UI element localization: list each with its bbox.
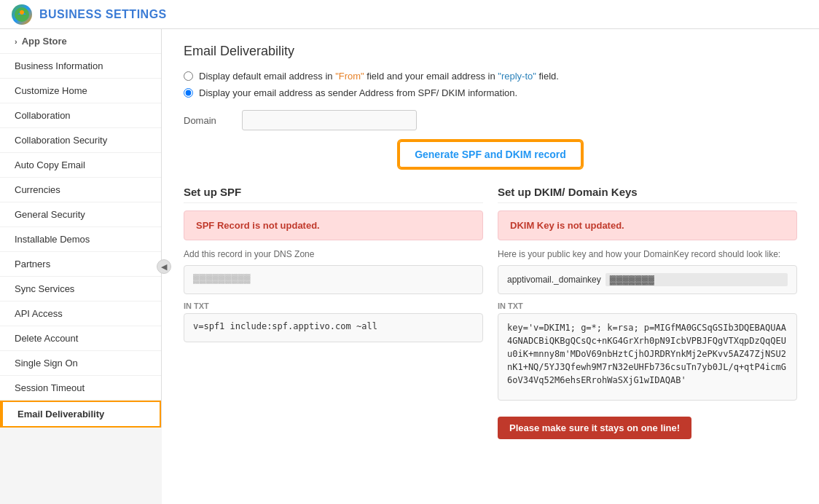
app-header: BUSINESS SETTINGS — [0, 0, 819, 29]
sidebar-item-label: General Security — [15, 209, 85, 220]
sidebar-item-label: Currencies — [15, 184, 60, 195]
app-logo — [12, 4, 32, 25]
sidebar-item-installable-demos[interactable]: Installable Demos — [0, 227, 161, 252]
sidebar-item-label: Auto Copy Email — [15, 160, 85, 170]
radio-option-2: Display your email address as sender Add… — [184, 87, 797, 98]
svg-point-1 — [20, 10, 24, 15]
main-layout: › App Store Business Information Customi… — [0, 29, 819, 504]
radio-option-1: Display default email address in "From" … — [184, 71, 797, 82]
sidebar-item-label: Sync Services — [15, 283, 74, 294]
spf-section: Set up SPF SPF Record is not updated. Ad… — [184, 186, 483, 439]
sidebar-item-auto-copy-email[interactable]: Auto Copy Email — [0, 153, 161, 178]
page-title: Email Deliverability — [184, 44, 797, 59]
dkim-warning-banner: Please make sure it stays on one line! — [498, 417, 691, 439]
domain-input[interactable] — [242, 110, 417, 130]
from-highlight: "From" — [335, 71, 364, 82]
dkim-hint: Here is your public key and how your Dom… — [498, 249, 797, 259]
sidebar-item-customize-home[interactable]: Customize Home — [0, 79, 161, 103]
sidebar: › App Store Business Information Customi… — [0, 29, 162, 428]
spf-alert: SPF Record is not updated. — [184, 210, 483, 240]
sidebar-item-general-security[interactable]: General Security — [0, 202, 161, 227]
sidebar-item-sync-services[interactable]: Sync Services — [0, 277, 161, 302]
generate-spf-dkim-button[interactable]: Generate SPF and DKIM record — [399, 141, 582, 168]
sidebar-item-label: Collaboration — [15, 110, 71, 121]
radio-label-2: Display your email address as sender Add… — [199, 87, 517, 98]
spf-txt-value: v=spf1 include:spf.apptivo.com ~all — [184, 313, 483, 342]
radio-label-1: Display default email address in "From" … — [199, 71, 559, 82]
spf-dns-value: ▓▓▓▓▓▓▓▓▓ — [184, 265, 483, 294]
dkim-alert: DKIM Key is not updated. — [498, 210, 797, 240]
sidebar-item-app-store[interactable]: › App Store — [0, 29, 161, 54]
sidebar-item-label: Collaboration Security — [15, 135, 107, 146]
sidebar-item-collaboration[interactable]: Collaboration — [0, 103, 161, 128]
sidebar-item-label: Business Information — [15, 60, 103, 71]
sidebar-item-business-information[interactable]: Business Information — [0, 54, 161, 79]
sidebar-item-label: Single Sign On — [15, 358, 78, 369]
sidebar-item-single-sign-on[interactable]: Single Sign On — [0, 351, 161, 376]
sidebar-item-label: Partners — [15, 259, 50, 269]
main-content-area: Email Deliverability Display default ema… — [162, 29, 819, 504]
chevron-icon: › — [15, 37, 17, 46]
sidebar-wrapper: › App Store Business Information Customi… — [0, 29, 162, 504]
radio-group: Display default email address in "From" … — [184, 71, 797, 98]
sidebar-item-session-timeout[interactable]: Session Timeout — [0, 376, 161, 401]
dkim-section: Set up DKIM/ Domain Keys DKIM Key is not… — [498, 186, 797, 439]
sidebar-item-label: Customize Home — [15, 85, 87, 96]
sidebar-item-collaboration-security[interactable]: Collaboration Security — [0, 128, 161, 153]
sidebar-item-label: Installable Demos — [15, 234, 90, 245]
sidebar-item-label: Delete Account — [15, 333, 78, 344]
page-header-title: BUSINESS SETTINGS — [39, 8, 167, 21]
dkim-txt-value: key='v=DKIM1; g=*; k=rsa; p=MIGfMA0GCSqG… — [498, 313, 797, 401]
sidebar-item-api-access[interactable]: API Access — [0, 302, 161, 326]
reply-to-highlight: "reply-to" — [498, 71, 536, 82]
sidebar-item-currencies[interactable]: Currencies — [0, 178, 161, 202]
dkim-inline-value: ▓▓▓▓▓▓▓ — [606, 273, 788, 286]
sidebar-item-partners[interactable]: Partners — [0, 252, 161, 277]
spf-dkim-row: Set up SPF SPF Record is not updated. Ad… — [184, 186, 797, 439]
spf-hint: Add this record in your DNS Zone — [184, 249, 483, 259]
dkim-inline-box: apptivomail._domainkey ▓▓▓▓▓▓▓ — [498, 265, 797, 294]
sidebar-item-label: API Access — [15, 308, 63, 319]
domain-row: Domain — [184, 110, 797, 130]
spf-in-txt-label: IN TXT — [184, 302, 483, 310]
sidebar-item-delete-account[interactable]: Delete Account — [0, 326, 161, 351]
sidebar-item-label: Session Timeout — [15, 382, 85, 393]
radio-input-1[interactable] — [184, 71, 193, 81]
sidebar-collapse-button[interactable]: ◀ — [157, 259, 171, 274]
sidebar-item-email-deliverability[interactable]: Email Deliverability — [0, 401, 161, 428]
spf-title: Set up SPF — [184, 186, 483, 203]
radio-input-2[interactable] — [184, 88, 193, 98]
dkim-title: Set up DKIM/ Domain Keys — [498, 186, 797, 203]
sidebar-item-label: App Store — [22, 36, 67, 47]
dkim-in-txt-label: IN TXT — [498, 302, 797, 310]
dkim-inline-label: apptivomail._domainkey — [507, 275, 601, 285]
sidebar-item-label: Email Deliverability — [17, 409, 104, 420]
domain-label: Domain — [184, 115, 242, 126]
